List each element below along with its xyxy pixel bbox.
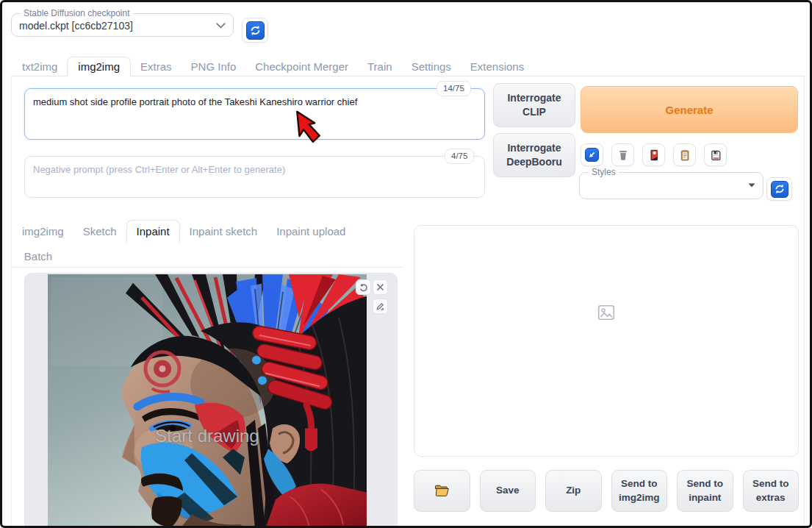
checkpoint-refresh-button[interactable]: [242, 18, 268, 43]
brush-tool-button[interactable]: [373, 299, 388, 314]
prompt-input[interactable]: medium shot side profile portrait photo …: [24, 88, 485, 140]
tab-img2img[interactable]: img2img: [67, 57, 131, 76]
negative-token-counter: 4/75: [445, 149, 474, 164]
clear-prompt-button[interactable]: [611, 143, 634, 166]
image-placeholder-icon: [597, 303, 616, 325]
trash-icon: [617, 149, 630, 162]
apply-styles-button[interactable]: [673, 143, 696, 166]
tab-settings[interactable]: Settings: [402, 57, 461, 76]
save-button[interactable]: Save: [480, 470, 536, 512]
arrow-down-left-icon: [585, 148, 599, 162]
interrogate-clip-button[interactable]: Interrogate CLIP: [493, 83, 575, 127]
clear-image-button[interactable]: [373, 279, 388, 295]
styles-refresh-button[interactable]: [766, 177, 792, 201]
refresh-icon: [246, 21, 265, 40]
chevron-down-icon: [216, 23, 226, 29]
undo-button[interactable]: [356, 279, 371, 295]
source-image: [48, 274, 367, 528]
styles-label: Styles: [589, 167, 619, 177]
tab-extras[interactable]: Extras: [131, 57, 182, 76]
tab-checkpoint-merger[interactable]: Checkpoint Merger: [245, 57, 358, 76]
undo-icon: [359, 282, 368, 292]
prompt-token-counter: 14/75: [436, 81, 471, 96]
styles-dropdown[interactable]: Styles: [579, 167, 764, 199]
tab-txt2img[interactable]: txt2img: [12, 57, 67, 76]
result-gallery: [414, 225, 799, 457]
clipboard-icon: [678, 149, 691, 162]
open-folder-button[interactable]: [414, 470, 470, 512]
draw-brush-icon: [376, 302, 385, 311]
save-style-button[interactable]: [704, 143, 727, 166]
result-actions: Save Zip Send to img2img Send to inpaint…: [414, 470, 799, 512]
send-to-img2img-button[interactable]: Send to img2img: [611, 470, 668, 512]
checkpoint-value: model.ckpt [cc6cb27103]: [19, 20, 210, 32]
main-tab-bar: txt2img img2img Extras PNG Info Checkpoi…: [11, 57, 805, 76]
inpaint-canvas[interactable]: Start drawing: [24, 273, 398, 528]
read-params-button[interactable]: [581, 143, 603, 166]
img2img-mode-tab-bar: img2img Sketch Inpaint Inpaint sketch In…: [12, 220, 403, 267]
subtab-divider: [12, 267, 403, 268]
tab-extensions[interactable]: Extensions: [461, 57, 533, 76]
interrogate-deepbooru-button[interactable]: Interrogate DeepBooru: [493, 133, 575, 177]
subtab-inpaint[interactable]: Inpaint: [126, 220, 180, 243]
zip-button[interactable]: Zip: [545, 470, 602, 512]
tab-png-info[interactable]: PNG Info: [182, 57, 246, 76]
close-icon: [376, 283, 384, 291]
subtab-img2img[interactable]: img2img: [12, 220, 73, 243]
checkpoint-dropdown[interactable]: Stable Diffusion checkpoint model.ckpt […: [11, 8, 234, 37]
dropdown-caret-icon: [748, 183, 755, 188]
send-to-extras-button[interactable]: Send to extras: [743, 470, 800, 512]
negative-prompt-input[interactable]: [24, 156, 485, 198]
flower-card-icon: [647, 149, 661, 162]
subtab-sketch[interactable]: Sketch: [73, 220, 126, 243]
send-to-inpaint-button[interactable]: Send to inpaint: [677, 470, 733, 512]
refresh-icon: [771, 181, 788, 198]
floppy-disk-icon: [709, 149, 722, 162]
tab-train[interactable]: Train: [358, 57, 402, 76]
subtab-batch[interactable]: Batch: [12, 246, 64, 267]
open-folder-icon: [434, 485, 450, 497]
subtab-inpaint-upload[interactable]: Inpaint upload: [267, 220, 355, 243]
app-window: Stable Diffusion checkpoint model.ckpt […: [0, 0, 812, 528]
subtab-inpaint-sketch[interactable]: Inpaint sketch: [180, 220, 267, 243]
prompt-toolbar: [581, 143, 727, 166]
generate-button[interactable]: Generate: [581, 86, 798, 133]
extra-networks-button[interactable]: [642, 143, 665, 166]
checkpoint-label: Stable Diffusion checkpoint: [21, 8, 133, 18]
